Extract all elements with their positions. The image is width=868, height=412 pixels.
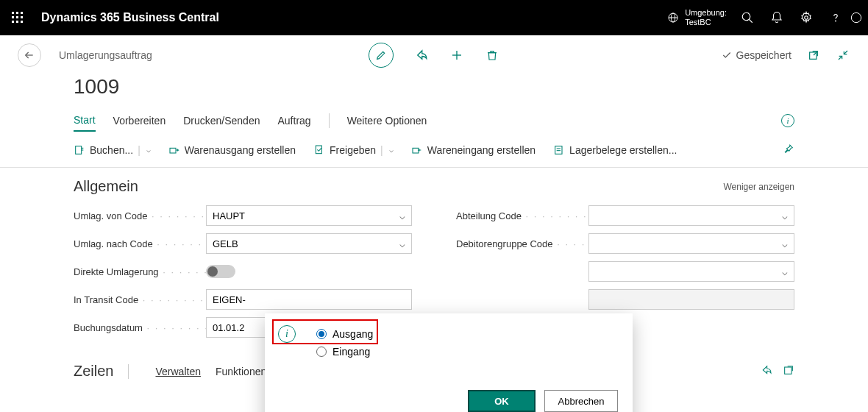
info-icon: i [278,325,296,343]
lines-title: Zeilen [74,363,113,380]
top-bar: Dynamics 365 Business Central Umgebung: … [0,0,868,35]
label-umlag-nach: Umlag. nach Code [74,238,206,249]
svg-line-4 [749,19,753,23]
popout-icon[interactable] [806,48,821,63]
svg-point-5 [805,16,808,20]
svg-point-3 [742,13,750,21]
environment-value: TestBC [685,18,727,27]
gear-icon[interactable] [791,0,821,35]
svg-rect-19 [170,148,176,153]
chevron-down-icon[interactable]: ⌵ [389,146,394,154]
lines-share-icon[interactable] [761,364,772,378]
new-icon[interactable] [449,48,464,63]
help-icon[interactable] [821,0,850,35]
input-hidden2 [588,289,794,310]
show-less-link[interactable]: Weniger anzeigen [723,182,794,192]
tab-vorbereiten[interactable]: Vorbereiten [113,110,166,131]
tab-start[interactable]: Start [74,110,96,132]
tab-drucken[interactable]: Drucken/Senden [183,110,260,131]
lines-expand-icon[interactable] [783,364,794,378]
toggle-direkte[interactable] [206,265,235,278]
breadcrumb: Umlagerungsauftrag [59,49,152,61]
input-umlag-nach[interactable]: GELB⌵ [206,233,412,254]
radio-option-eingang[interactable]: Eingang [287,343,618,360]
collapse-icon[interactable] [836,48,850,63]
svg-rect-20 [316,146,321,154]
chevron-down-icon: ⌵ [399,238,405,249]
svg-line-15 [844,51,847,54]
product-title: Dynamics 365 Business Central [41,11,219,24]
label-buchung: Buchungsdatum [74,322,206,333]
action-row: Buchen... |⌵ Warenausgang erstellen Frei… [0,135,868,168]
svg-rect-22 [555,146,562,154]
saved-indicator: Gespeichert [722,49,791,61]
svg-line-14 [839,56,842,60]
action-warenausgang[interactable]: Warenausgang erstellen [168,144,296,156]
svg-rect-16 [76,146,82,154]
environment-selector[interactable]: Umgebung: TestBC [667,8,727,27]
document-number: 1009 [0,75,868,106]
tab-auftrag[interactable]: Auftrag [277,110,310,131]
back-button[interactable] [18,43,41,67]
search-icon[interactable] [733,0,762,35]
input-debitorengruppe[interactable]: ⌵ [588,233,794,254]
edit-button[interactable] [369,43,394,68]
environment-label: Umgebung: [685,8,727,18]
divider [128,364,129,379]
svg-point-7 [851,13,861,22]
label-direkte: Direkte Umlagerung [74,266,206,277]
info-icon[interactable]: i [781,114,794,127]
input-umlag-von[interactable]: HAUPT⌵ [206,205,412,226]
account-icon[interactable] [850,0,862,35]
dialog: i Ausgang Eingang OK Abbrechen [265,313,633,412]
chevron-down-icon: ⌵ [782,266,788,277]
svg-rect-21 [413,148,419,153]
bell-icon[interactable] [762,0,791,35]
lines-tab-verwalten[interactable]: Verwalten [155,366,200,377]
chevron-down-icon: ⌵ [399,210,405,221]
input-hidden1[interactable]: ⌵ [588,261,794,282]
radio-icon [316,347,327,357]
tab-divider [329,113,330,128]
section-header: Allgemein Weniger anzeigen [0,168,868,202]
label-debitorengruppe: Debitorengruppe Code [456,238,588,249]
action-freigeben[interactable]: Freigeben |⌵ [313,144,394,156]
lines-tab-funktionen[interactable]: Funktionen [216,366,266,377]
card-header: Umlagerungsauftrag Gespeichert [0,35,868,75]
cancel-button[interactable]: Abbrechen [544,390,618,412]
section-title: Allgemein [74,178,138,195]
input-transit[interactable]: EIGEN- [206,289,412,310]
tab-bar: Start Vorbereiten Drucken/Senden Auftrag… [0,106,868,135]
label-transit: In Transit Code [74,294,206,305]
input-abteilung[interactable]: ⌵ [588,205,794,226]
share-icon[interactable] [414,48,429,63]
tab-weitere[interactable]: Weitere Optionen [347,110,427,131]
app-launcher-icon[interactable] [6,0,29,35]
action-wareneingang[interactable]: Wareneingang erstellen [411,144,536,156]
pin-icon[interactable] [783,143,794,157]
delete-icon[interactable] [485,48,499,63]
label-umlag-von: Umlag. von Code [74,210,206,221]
svg-point-6 [836,21,836,21]
action-buchen[interactable]: Buchen... |⌵ [74,144,151,156]
svg-rect-25 [785,367,791,374]
ok-button[interactable]: OK [468,390,536,412]
label-abteilung: Abteilung Code [456,210,588,221]
action-lagerbelege[interactable]: Lagerbelege erstellen... [553,144,677,156]
divider: | [138,144,140,156]
radio-icon [316,329,327,339]
chevron-down-icon[interactable]: ⌵ [146,146,151,154]
radio-option-ausgang[interactable]: Ausgang [287,325,618,343]
chevron-down-icon: ⌵ [782,210,788,221]
divider: | [380,144,383,156]
chevron-down-icon: ⌵ [782,238,788,249]
